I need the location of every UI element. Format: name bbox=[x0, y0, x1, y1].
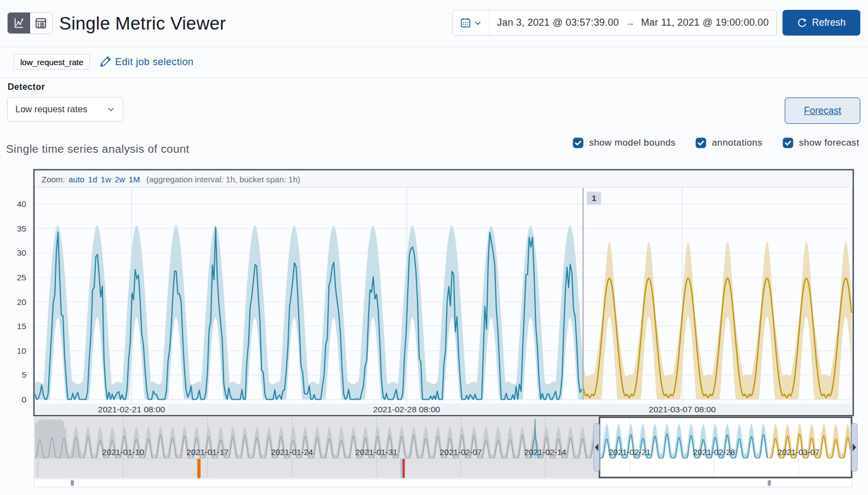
svg-text:2021-01-31: 2021-01-31 bbox=[356, 447, 398, 457]
svg-text:25: 25 bbox=[17, 273, 26, 282]
svg-text:2021-02-07: 2021-02-07 bbox=[440, 447, 482, 457]
svg-text:40: 40 bbox=[17, 199, 27, 209]
svg-text:2021-03-07: 2021-03-07 bbox=[778, 447, 820, 457]
svg-text:auto 1d 1w 2w 1M: auto 1d 1w 2w 1M bbox=[68, 175, 140, 184]
svg-text:2021-01-17: 2021-01-17 bbox=[186, 447, 229, 457]
svg-text:30: 30 bbox=[17, 248, 27, 257]
svg-text:2021-02-14: 2021-02-14 bbox=[524, 447, 567, 457]
svg-text:35: 35 bbox=[17, 224, 26, 233]
svg-text:2021-02-28: 2021-02-28 bbox=[693, 447, 735, 457]
svg-text:Zoom:: Zoom: bbox=[42, 175, 65, 184]
svg-text:1: 1 bbox=[592, 193, 596, 203]
svg-text:2021-03-07 08:00: 2021-03-07 08:00 bbox=[649, 405, 716, 414]
svg-text:15: 15 bbox=[17, 321, 26, 331]
svg-text:(aggregation interval: 1h, buc: (aggregation interval: 1h, bucket span: … bbox=[146, 175, 300, 184]
svg-text:20: 20 bbox=[17, 297, 27, 307]
svg-text:2021-02-21: 2021-02-21 bbox=[609, 447, 651, 457]
svg-text:10: 10 bbox=[17, 346, 27, 355]
svg-text:5: 5 bbox=[21, 370, 26, 379]
svg-text:2021-02-28 08:00: 2021-02-28 08:00 bbox=[373, 405, 441, 414]
svg-text:2021-01-24: 2021-01-24 bbox=[271, 447, 313, 457]
svg-text:0: 0 bbox=[21, 395, 26, 404]
svg-text:2021-02-21 08:00: 2021-02-21 08:00 bbox=[98, 405, 165, 414]
svg-text:2021-01-10: 2021-01-10 bbox=[102, 447, 144, 457]
